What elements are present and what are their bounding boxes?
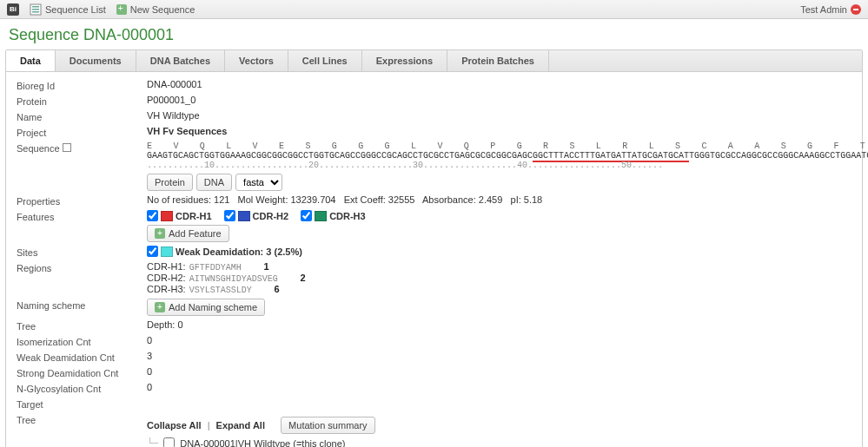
cdr-h2-checkbox[interactable] (224, 210, 235, 221)
strong-deamid-cnt-label: Strong Deamidation Cnt (17, 366, 147, 378)
topbar-right: Test Admin (800, 4, 861, 15)
regions-value: CDR-H1: GFTFDDYAMH1 CDR-H2: AITWNSGHIDYA… (147, 261, 851, 295)
main-panel: Data Documents DNA Batches Vectors Cell … (5, 49, 863, 447)
weak-deamid-cnt-label: Weak Deamidation Cnt (17, 351, 147, 363)
dna-sequence: GAAGTGCAGCTGGTGGAAAGCGGCGGCGGCCTGGTGCAGC… (147, 151, 868, 161)
protein-view-button[interactable]: Protein (147, 174, 193, 191)
weak-deamid-color (161, 247, 173, 257)
project-label: Project (17, 126, 147, 138)
cdr-h3-label: CDR-H3 (329, 211, 366, 221)
sites-value: Weak Deamidation: 3 (2.5%) (147, 246, 851, 257)
project-value: VH Fv Sequences (147, 126, 851, 136)
plus-icon (116, 4, 127, 15)
tabs: Data Documents DNA Batches Vectors Cell … (6, 50, 862, 72)
sequence-list-link[interactable]: Sequence List (30, 3, 106, 16)
tab-dna-batches[interactable]: DNA Batches (136, 50, 225, 71)
cdr-h2-color (238, 211, 250, 221)
nglyc-cnt-value: 0 (147, 382, 851, 392)
tree-connector: └─ (147, 437, 158, 447)
user-label: Test Admin (800, 4, 847, 15)
clone-label: DNA-000001|VH Wildtype (=this clone) (180, 438, 345, 448)
app-logo[interactable]: Bi (7, 3, 19, 16)
logout-icon[interactable] (851, 4, 861, 15)
protein-sequence: E V Q L V E S G G G L V Q P G R S L R L … (147, 141, 868, 151)
bioreg-id-label: Bioreg Id (17, 79, 147, 91)
tab-vectors[interactable]: Vectors (225, 50, 288, 71)
tab-protein-batches[interactable]: Protein Batches (447, 50, 549, 71)
tree-label: Tree (17, 319, 147, 332)
add-icon: + (155, 228, 165, 239)
cdr-h3-checkbox[interactable] (301, 210, 312, 221)
cdr-h2-label: CDR-H2 (253, 211, 289, 221)
svg-rect-3 (32, 11, 39, 13)
clone-checkbox[interactable] (163, 437, 175, 447)
collapse-all-link[interactable]: Collapse All (147, 420, 202, 431)
weak-deamid-cnt-value: 3 (147, 351, 851, 361)
topbar: Bi Sequence List New Sequence Test Admin (0, 0, 868, 19)
name-value: VH Wildtype (147, 110, 851, 121)
list-icon (30, 3, 42, 16)
properties-label: Properties (17, 194, 147, 207)
protein-value: P000001_0 (147, 95, 851, 105)
new-sequence-link[interactable]: New Sequence (116, 4, 195, 15)
nglyc-cnt-label: N-Glycosylation Cnt (17, 382, 147, 394)
strong-deamid-cnt-value: 0 (147, 366, 851, 377)
cdr-h3-color (315, 211, 327, 221)
target-label: Target (17, 398, 147, 410)
new-sequence-label: New Sequence (130, 4, 195, 15)
tree2-label: Tree (17, 413, 147, 425)
tab-data[interactable]: Data (6, 50, 56, 71)
protein-label: Protein (17, 95, 147, 107)
properties-value: No of residues: 121 Mol Weight: 13239.70… (147, 194, 851, 205)
add-feature-button[interactable]: +Add Feature (147, 225, 229, 242)
sequence-display: E V Q L V E S G G G L V Q P G R S L R L … (147, 141, 868, 191)
isomerization-value: 0 (147, 335, 851, 345)
add-icon: + (155, 302, 165, 312)
sequence-label: Sequence (17, 141, 147, 154)
tree-depth: Depth: 0 (147, 319, 851, 330)
tree-actions: Collapse All | Expand All Mutation summa… (147, 413, 851, 447)
mutation-summary-button[interactable]: Mutation summary (281, 417, 374, 434)
sequence-ruler: ...........10..................20.......… (147, 161, 868, 170)
expand-all-link[interactable]: Expand All (216, 420, 265, 431)
svg-rect-1 (32, 6, 39, 8)
content: Bioreg IdDNA-000001 ProteinP000001_0 Nam… (6, 72, 862, 447)
topbar-left: Bi Sequence List New Sequence (7, 3, 195, 16)
page-title: Sequence DNA-000001 (0, 19, 868, 49)
cdr-h1-label: CDR-H1 (176, 211, 212, 221)
format-select[interactable]: fasta (235, 174, 282, 191)
isomerization-label: Isomerization Cnt (17, 335, 147, 347)
regions-label: Regions (17, 261, 147, 273)
features-label: Features (17, 210, 147, 222)
features-value: CDR-H1 CDR-H2 CDR-H3 +Add Feature (147, 210, 851, 242)
add-naming-button[interactable]: +Add Naming scheme (147, 299, 265, 316)
name-label: Name (17, 110, 147, 122)
tab-expressions[interactable]: Expressions (362, 50, 447, 71)
cdr-h1-color (161, 211, 173, 221)
weak-deamid-checkbox[interactable] (147, 246, 158, 257)
tab-cell-lines[interactable]: Cell Lines (288, 50, 362, 71)
logo-icon: Bi (7, 3, 19, 16)
tab-documents[interactable]: Documents (56, 50, 136, 71)
svg-rect-2 (32, 9, 39, 10)
expand-icon[interactable] (63, 143, 71, 152)
naming-label: Naming scheme (17, 299, 147, 311)
weak-deamid-label: Weak Deamidation: 3 (2.5%) (176, 247, 302, 257)
cdr-h1-checkbox[interactable] (147, 210, 158, 221)
bioreg-id-value: DNA-000001 (147, 79, 851, 89)
dna-view-button[interactable]: DNA (196, 174, 232, 191)
sites-label: Sites (17, 246, 147, 258)
sequence-list-label: Sequence List (45, 4, 106, 15)
